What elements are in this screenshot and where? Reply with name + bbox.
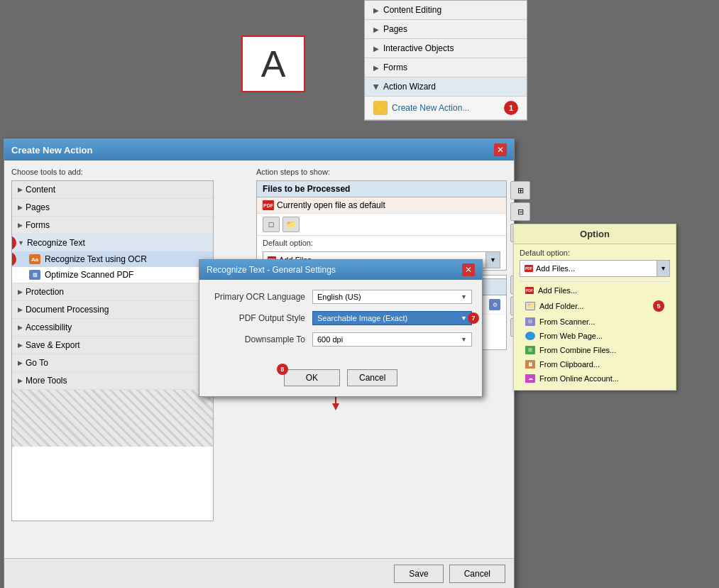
option-file-icon: PDF xyxy=(525,265,533,272)
tools-item-label: Pages xyxy=(383,24,407,34)
tool-group-save-export-header[interactable]: ▶ Save & Export xyxy=(12,337,213,354)
action-steps-label: Action steps to show: xyxy=(256,168,507,176)
dialog-close-button[interactable]: ✕ xyxy=(494,143,507,156)
tools-item-label: Interactive Objects xyxy=(383,43,454,53)
menu-scanner-icon: ⊟ xyxy=(525,317,535,326)
menu-item-label: Add Folder... xyxy=(539,302,583,310)
tool-group-goto-header[interactable]: ▶ Go To xyxy=(12,354,213,371)
new-file-btn[interactable]: □ xyxy=(263,217,280,232)
tri-icon: ▶ xyxy=(18,377,23,384)
group-label: More Tools xyxy=(26,376,67,386)
menu-online-icon: ☁ xyxy=(525,374,535,383)
option-dropdown-arrow-icon[interactable]: ▼ xyxy=(657,261,669,276)
pdf-output-row: PDF Output Style Searchable Image (Exact… xyxy=(209,311,472,325)
open-folder-btn[interactable]: 📁 xyxy=(282,217,300,232)
downsample-label: Downsample To xyxy=(209,334,312,344)
tool-group-content-header[interactable]: ▶ Content xyxy=(12,181,213,198)
side-btn-1[interactable]: ⊞ xyxy=(510,181,530,200)
tri-icon: ▶ xyxy=(18,342,23,349)
letter-a: A xyxy=(261,43,286,85)
arrow-icon: ▶ xyxy=(373,64,379,72)
tool-group-recognize-header[interactable]: ▼ Recognize Text 2 xyxy=(12,234,213,251)
menu-item-label: Add Files... xyxy=(538,286,577,295)
tool-group-more-tools-header[interactable]: ▶ More Tools xyxy=(12,372,213,389)
group-label: Recognize Text xyxy=(27,238,85,248)
option-popup-section: Default option: PDF Add Files... ▼ PDF A… xyxy=(514,244,676,390)
option-popup-dropdown[interactable]: PDF Add Files... ▼ xyxy=(520,260,670,277)
menu-item-from-web[interactable]: 🌐 From Web Page... xyxy=(520,329,670,343)
settings-dialog: Recognize Text - General Settings ✕ Prim… xyxy=(199,259,483,397)
menu-item-from-clipboard[interactable]: 📋 From Clipboard... xyxy=(520,357,670,371)
primary-ocr-select[interactable]: English (US) ▼ xyxy=(312,290,472,304)
tool-group-pages-header[interactable]: ▶ Pages xyxy=(12,199,213,216)
downsample-select[interactable]: 600 dpi ▼ xyxy=(312,332,472,347)
settings-ok-btn[interactable]: OK xyxy=(284,369,340,386)
group-label: Protection xyxy=(26,287,64,297)
subitem-label: Optimize Scanned PDF xyxy=(45,270,133,280)
tool-group-forms: ▶ Forms xyxy=(12,217,213,234)
tool-group-protection-header[interactable]: ▶ Protection xyxy=(12,283,213,300)
menu-item-label: From Web Page... xyxy=(539,332,603,340)
tool-group-doc-processing-header[interactable]: ▶ Document Processing xyxy=(12,301,213,318)
cancel-button[interactable]: Cancel xyxy=(449,565,505,583)
menu-combine-icon: ⊞ xyxy=(525,346,535,354)
group-label: Accessibility xyxy=(26,322,72,332)
tool-group-doc-processing: ▶ Document Processing xyxy=(12,301,213,319)
side-btn-2[interactable]: ⊟ xyxy=(510,202,530,221)
tri-icon: ▶ xyxy=(18,222,23,229)
menu-item-add-files[interactable]: PDF Add Files... xyxy=(520,283,670,298)
settings-cancel-btn[interactable]: Cancel xyxy=(347,369,397,386)
hatched-area xyxy=(12,390,213,447)
primary-ocr-control: English (US) ▼ xyxy=(312,290,472,304)
scan-icon: ⊞ xyxy=(29,270,40,280)
menu-clipboard-icon: 📋 xyxy=(525,360,535,369)
menu-divider xyxy=(520,281,670,282)
files-buttons: □ 📁 xyxy=(257,214,506,236)
create-new-action-btn[interactable]: ⚡ Create New Action... 1 xyxy=(365,97,527,120)
option-popup-title: Option xyxy=(514,224,676,244)
tool-subitem-optimize[interactable]: ⊞ Optimize Scanned PDF xyxy=(12,267,213,283)
tool-subitem-ocr[interactable]: Aa Recognize Text using OCR 3 xyxy=(12,251,213,267)
downsample-control: 600 dpi ▼ xyxy=(312,332,472,347)
menu-item-add-folder[interactable]: 📁 Add Folder... 5 xyxy=(520,298,670,315)
settings-close-btn[interactable]: ✕ xyxy=(462,263,475,276)
tools-item-content-editing[interactable]: ▶ Content Editing xyxy=(365,1,527,20)
tri-icon: ▶ xyxy=(18,288,23,295)
menu-item-from-scanner[interactable]: ⊟ From Scanner... xyxy=(520,315,670,329)
tools-item-label: Forms xyxy=(383,62,407,72)
tools-item-pages[interactable]: ▶ Pages xyxy=(365,20,527,39)
arrow-icon: ▶ xyxy=(373,26,379,33)
group-label: Pages xyxy=(26,202,50,212)
settings-dialog-titlebar: Recognize Text - General Settings ✕ xyxy=(199,260,482,280)
ocr-settings-icon[interactable]: ⚙ xyxy=(489,299,500,310)
tools-item-label: Content Editing xyxy=(383,5,441,15)
pdf-output-select[interactable]: Searchable Image (Exact) ▼ xyxy=(312,311,472,325)
pdf-output-label: PDF Output Style xyxy=(209,313,312,323)
option-popup-default-label: Default option: xyxy=(520,249,670,257)
arrow-icon: ▶ xyxy=(373,45,379,53)
tools-item-interactive[interactable]: ▶ Interactive Objects xyxy=(365,39,527,58)
pdf-icon: PDF xyxy=(263,200,274,210)
tools-list-container: ▶ Content ▶ Pages ▶ Forms xyxy=(11,180,214,521)
tool-group-protection: ▶ Protection xyxy=(12,283,213,301)
dropdown-arrow-icon[interactable]: ▼ xyxy=(485,252,500,268)
tool-group-forms-header[interactable]: ▶ Forms xyxy=(12,217,213,234)
menu-item-from-combine[interactable]: ⊞ From Combine Files... xyxy=(520,343,670,357)
menu-item-label: From Clipboard... xyxy=(539,360,600,369)
tools-item-forms[interactable]: ▶ Forms xyxy=(365,58,527,77)
tool-group-more-tools: ▶ More Tools xyxy=(12,372,213,390)
tool-group-content: ▶ Content xyxy=(12,181,213,199)
select-arrow-icon: ▼ xyxy=(461,336,467,343)
primary-ocr-label: Primary OCR Language xyxy=(209,292,312,302)
badge-8: 8 xyxy=(277,364,288,375)
menu-item-from-online[interactable]: ☁ From Online Account... xyxy=(520,371,670,386)
tools-item-action-wizard[interactable]: ▶ Action Wizard xyxy=(365,77,527,97)
create-action-label: Create New Action... xyxy=(392,103,469,113)
badge-1: 1 xyxy=(504,101,518,115)
letter-a-box: A xyxy=(241,36,305,92)
save-button[interactable]: Save xyxy=(394,565,443,583)
aa-icon: Aa xyxy=(29,254,40,264)
menu-globe-icon: 🌐 xyxy=(525,332,535,340)
tri-icon: ▶ xyxy=(18,359,23,366)
tool-group-accessibility-header[interactable]: ▶ Accessibility xyxy=(12,319,213,336)
